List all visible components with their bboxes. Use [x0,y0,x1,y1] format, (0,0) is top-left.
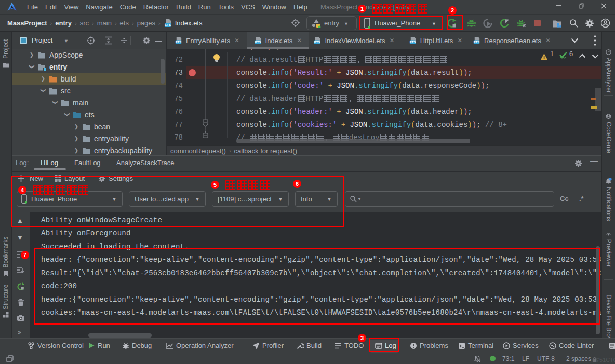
svg-text:ETS: ETS [176,41,181,44]
svg-text:ETS: ETS [474,41,479,44]
svg-text:ETS: ETS [314,41,320,44]
svg-text:ETS: ETS [165,23,171,26]
svg-text:ETS: ETS [410,41,416,44]
svg-text:ETS: ETS [255,41,260,44]
